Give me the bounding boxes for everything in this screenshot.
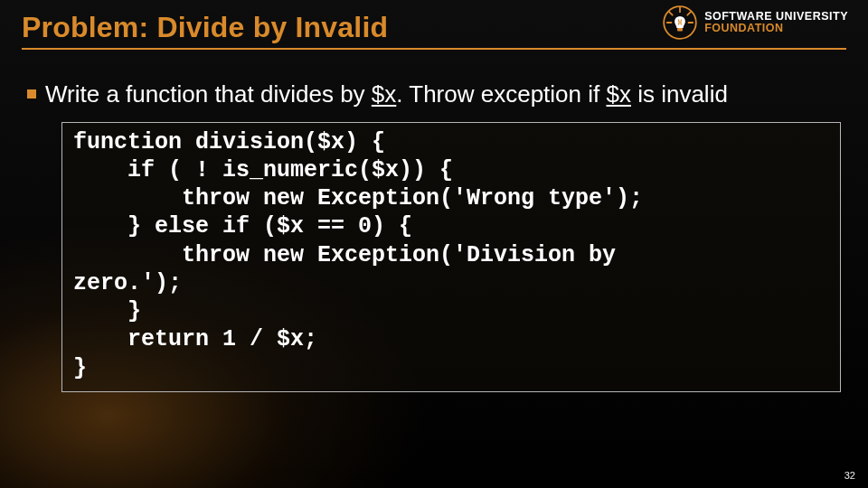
bullet-var1: $x (372, 80, 396, 108)
svg-line-3 (669, 12, 673, 15)
svg-line-2 (687, 12, 691, 15)
lightbulb-icon (663, 5, 697, 40)
title-underline (22, 48, 846, 50)
bullet-text: Write a function that divides by $x. Thr… (45, 80, 728, 109)
bullet-text-post: is invalid (631, 80, 728, 108)
slide-body: Write a function that divides by $x. Thr… (27, 80, 841, 392)
bullet-text-mid: . Throw exception if (396, 80, 606, 108)
code-line: return 1 / $x; (73, 326, 317, 352)
code-line: throw new Exception('Wrong type'); (73, 185, 643, 211)
bullet-item: Write a function that divides by $x. Thr… (27, 80, 841, 109)
brand-text: SOFTWARE UNIVERSITY FOUNDATION (704, 11, 848, 34)
svg-rect-6 (677, 28, 683, 32)
code-line: zero.'); (73, 270, 182, 296)
page-number: 32 (844, 470, 855, 481)
code-block: function division($x) { if ( ! is_numeri… (61, 122, 841, 392)
slide: Problem: Divide by Invalid SOFTWARE UNIV… (0, 0, 868, 488)
brand-line2: FOUNDATION (704, 23, 848, 34)
code-line: } (73, 355, 87, 381)
code-line: } else if ($x == 0) { (73, 213, 412, 239)
bullet-var2: $x (606, 80, 630, 108)
code-line: } (73, 298, 141, 324)
bullet-square-icon (27, 89, 36, 99)
code-line: function division($x) { (73, 129, 385, 155)
code-line: if ( ! is_numeric($x)) { (73, 157, 453, 183)
code-line: throw new Exception('Division by (73, 242, 629, 268)
brand-logo: SOFTWARE UNIVERSITY FOUNDATION (663, 5, 848, 40)
bullet-text-pre: Write a function that divides by (45, 80, 372, 108)
